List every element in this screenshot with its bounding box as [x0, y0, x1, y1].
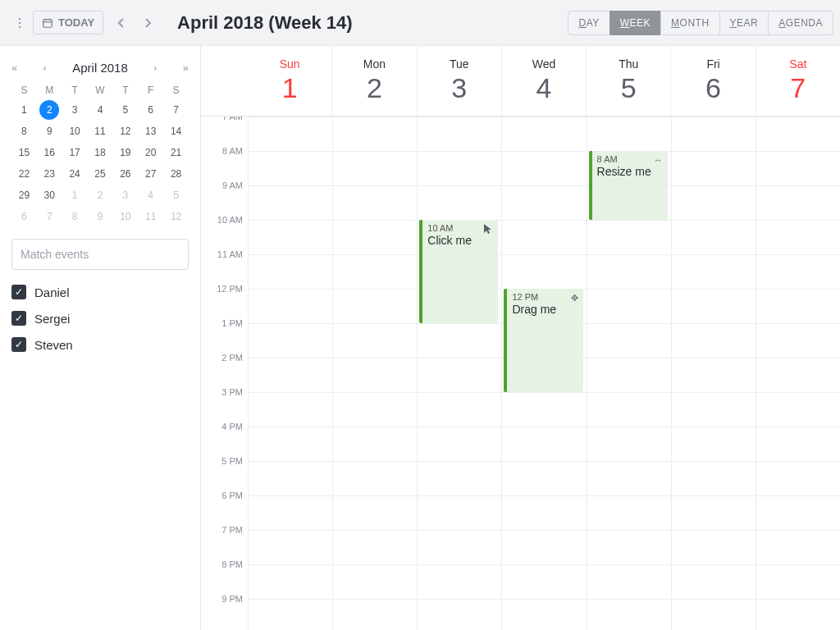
event-click-me[interactable]: 10 AM Click me [419, 220, 498, 323]
mini-day[interactable]: 2 [39, 100, 59, 120]
mini-day[interactable]: 4 [141, 185, 161, 205]
mini-day[interactable]: 16 [39, 143, 59, 162]
mini-day[interactable]: 15 [14, 143, 34, 162]
mini-day[interactable]: 1 [65, 185, 84, 205]
mini-day[interactable]: 22 [14, 164, 34, 184]
time-label: 9 AM [201, 180, 248, 215]
mini-day[interactable]: 6 [141, 100, 161, 120]
mini-day[interactable]: 7 [167, 100, 186, 120]
page-title: April 2018 (Week 14) [177, 12, 353, 34]
mini-day[interactable]: 12 [167, 207, 186, 226]
event-resize-me[interactable]: 8 AM Resize me ↔ [589, 151, 668, 220]
day-header[interactable]: Sun1 [248, 46, 331, 116]
mini-dow: W [88, 81, 113, 99]
checkbox-icon: ✓ [11, 311, 26, 326]
mini-day[interactable]: 1 [14, 100, 34, 120]
day-col-wed[interactable]: 12 PM Drag me ✥ [501, 116, 586, 630]
mini-day[interactable]: 5 [167, 185, 186, 205]
more-menu-icon[interactable] [7, 10, 33, 36]
resize-icon: ↔ [654, 155, 663, 165]
dow-label: Tue [418, 57, 501, 71]
mini-prev-month-icon[interactable]: ‹ [43, 62, 47, 74]
time-label: 5 PM [201, 456, 248, 491]
mini-day[interactable]: 10 [116, 207, 135, 226]
mini-day[interactable]: 25 [90, 164, 110, 184]
mini-day[interactable]: 23 [39, 164, 59, 184]
day-col-sat[interactable] [756, 116, 840, 630]
mini-day[interactable]: 7 [39, 207, 59, 226]
mini-day[interactable]: 5 [116, 100, 135, 120]
day-header[interactable]: Sat7 [756, 46, 840, 116]
mini-day[interactable]: 13 [141, 121, 161, 141]
dow-number: 2 [332, 72, 416, 104]
filter-person[interactable]: ✓Steven [11, 337, 189, 352]
day-col-mon[interactable] [332, 116, 417, 630]
mini-day[interactable]: 28 [167, 164, 186, 184]
mini-day[interactable]: 3 [116, 185, 135, 205]
filter-person[interactable]: ✓Daniel [11, 285, 189, 299]
mini-day[interactable]: 14 [167, 121, 186, 141]
day-header[interactable]: Thu5 [586, 46, 670, 116]
mini-day[interactable]: 3 [65, 100, 84, 120]
view-month-button[interactable]: MONTH [660, 11, 720, 35]
mini-next-month-icon[interactable]: › [153, 62, 157, 74]
mini-day[interactable]: 21 [167, 143, 186, 162]
event-title: Drag me [512, 303, 578, 316]
view-year-button[interactable]: YEAR [719, 11, 769, 35]
mini-day[interactable]: 2 [90, 185, 110, 205]
search-input[interactable] [11, 239, 189, 270]
time-label: 9 PM [201, 594, 248, 628]
prev-period-button[interactable] [108, 10, 135, 36]
day-header[interactable]: Tue3 [417, 46, 501, 116]
day-header[interactable]: Mon2 [331, 46, 416, 116]
mini-day[interactable]: 26 [116, 164, 135, 184]
mini-dow: S [11, 81, 37, 99]
dow-label: Wed [502, 57, 586, 71]
dow-number: 6 [671, 72, 755, 104]
mini-day[interactable]: 6 [14, 207, 34, 226]
view-agenda-button[interactable]: AGENDA [768, 11, 833, 35]
checkbox-icon: ✓ [11, 285, 26, 299]
mini-day[interactable]: 11 [90, 121, 110, 141]
day-header[interactable]: Wed4 [501, 46, 586, 116]
mini-day[interactable]: 24 [65, 164, 84, 184]
svg-point-0 [19, 17, 21, 20]
event-time: 12 PM [512, 292, 578, 302]
mini-day[interactable]: 27 [141, 164, 161, 184]
mini-day[interactable]: 29 [14, 185, 34, 205]
day-header[interactable]: Fri6 [670, 46, 755, 116]
mini-day[interactable]: 8 [65, 207, 84, 226]
drag-icon: ✥ [571, 293, 578, 304]
view-day-button[interactable]: DAY [568, 11, 609, 35]
cursor-icon [484, 224, 493, 235]
day-col-fri[interactable] [671, 116, 756, 630]
today-button[interactable]: TODAY [33, 11, 103, 34]
dow-label: Fri [671, 57, 755, 71]
time-label: 7 PM [201, 525, 248, 559]
dow-number: 1 [248, 72, 331, 104]
mini-day[interactable]: 19 [116, 143, 135, 162]
mini-day[interactable]: 11 [141, 207, 161, 226]
day-col-tue[interactable]: 10 AM Click me [417, 116, 501, 630]
mini-day[interactable]: 18 [90, 143, 110, 162]
mini-day[interactable]: 12 [116, 121, 135, 141]
mini-next-year-icon[interactable]: » [183, 62, 189, 74]
mini-calendar-title: April 2018 [72, 61, 128, 75]
mini-day[interactable]: 30 [39, 185, 59, 205]
mini-day[interactable]: 4 [90, 100, 110, 120]
mini-prev-year-icon[interactable]: « [11, 62, 17, 74]
event-drag-me[interactable]: 12 PM Drag me ✥ [504, 289, 582, 392]
mini-day[interactable]: 10 [65, 121, 84, 141]
day-col-thu[interactable]: 8 AM Resize me ↔ [587, 116, 671, 630]
mini-day[interactable]: 9 [90, 207, 110, 226]
mini-dow: T [112, 81, 138, 99]
filter-person[interactable]: ✓Sergei [11, 311, 189, 326]
next-period-button[interactable] [135, 10, 161, 36]
mini-day[interactable]: 17 [65, 143, 84, 162]
mini-day[interactable]: 8 [14, 121, 34, 141]
dow-label: Sat [756, 57, 840, 71]
mini-day[interactable]: 9 [39, 121, 59, 141]
view-week-button[interactable]: WEEK [609, 11, 661, 35]
mini-day[interactable]: 20 [141, 143, 161, 162]
day-col-sun[interactable] [248, 116, 332, 630]
